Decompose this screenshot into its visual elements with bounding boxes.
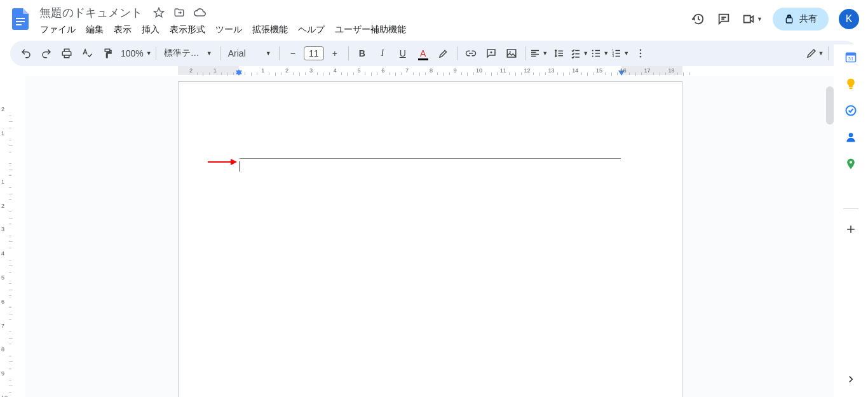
horizontal-rule: [240, 158, 621, 159]
cloud-status-icon[interactable]: [192, 5, 207, 20]
page[interactable]: [178, 81, 682, 397]
svg-point-21: [849, 133, 853, 137]
side-panel-collapse-icon[interactable]: [843, 372, 858, 387]
left-indent-marker[interactable]: [236, 71, 242, 76]
separator: [156, 46, 156, 60]
italic-button[interactable]: I: [373, 44, 392, 63]
text-cursor: [240, 161, 240, 172]
maps-icon[interactable]: [844, 158, 857, 170]
menu-file[interactable]: ファイル: [36, 22, 80, 38]
caret-down-icon: ▼: [757, 16, 763, 22]
bulleted-list-button[interactable]: ▼: [590, 44, 609, 63]
separator: [220, 46, 220, 60]
move-icon[interactable]: [172, 5, 187, 20]
bold-button[interactable]: B: [353, 44, 372, 63]
font-family-select[interactable]: Arial▼: [224, 44, 275, 63]
calendar-icon[interactable]: 31: [844, 51, 857, 64]
underline-button[interactable]: U: [393, 44, 412, 63]
insert-image-button[interactable]: [502, 44, 521, 63]
header-actions: ▼ 共有 K: [691, 8, 859, 30]
share-button[interactable]: 共有: [773, 8, 829, 30]
header: 無題のドキュメント ファイル 編集 表示 挿入 表示形式 ツール 拡張機能 ヘル…: [0, 0, 868, 41]
text-color-button[interactable]: A: [414, 44, 433, 63]
svg-text:31: 31: [848, 56, 853, 62]
document-scroll-area[interactable]: [25, 76, 834, 397]
docs-logo[interactable]: [9, 8, 32, 30]
checklist-button[interactable]: ▼: [570, 44, 589, 63]
svg-rect-2: [16, 24, 22, 25]
vertical-ruler[interactable]: 1212345678910111213: [0, 76, 13, 397]
paragraph-style-select[interactable]: 標準テキ...▼: [160, 44, 216, 63]
title-row: 無題のドキュメント: [36, 5, 691, 20]
menu-accessibility[interactable]: ユーザー補助機能: [330, 22, 410, 38]
zoom-select[interactable]: 100%▼: [118, 44, 152, 63]
font-size-input[interactable]: 11: [304, 46, 324, 60]
print-button[interactable]: [57, 44, 76, 63]
menu-view[interactable]: 表示: [109, 22, 136, 38]
star-icon[interactable]: [151, 5, 166, 20]
svg-point-5: [592, 50, 593, 51]
keep-icon[interactable]: [844, 77, 857, 90]
separator: [457, 46, 458, 60]
add-comment-button[interactable]: [482, 44, 501, 63]
svg-point-22: [850, 161, 852, 163]
get-addons-icon[interactable]: [844, 223, 857, 236]
increase-font-button[interactable]: +: [325, 44, 344, 63]
horizontal-ruler[interactable]: 12123456789101112131415161718: [25, 66, 826, 76]
svg-point-13: [639, 56, 641, 58]
svg-point-12: [639, 53, 641, 55]
menu-insert[interactable]: 挿入: [137, 22, 164, 38]
menu-help[interactable]: ヘルプ: [294, 22, 329, 38]
svg-marker-15: [231, 159, 237, 165]
more-options-button[interactable]: [631, 44, 650, 63]
svg-point-6: [592, 53, 593, 54]
document-title[interactable]: 無題のドキュメント: [36, 4, 146, 21]
separator: [525, 46, 526, 60]
menu-tools[interactable]: ツール: [211, 22, 247, 38]
undo-button[interactable]: [17, 44, 36, 63]
svg-text:3: 3: [613, 54, 614, 58]
annotation-arrow-icon: [207, 157, 237, 169]
line-spacing-button[interactable]: [550, 44, 569, 63]
svg-rect-1: [16, 21, 25, 22]
page-content[interactable]: [240, 158, 621, 172]
insert-link-button[interactable]: [461, 44, 480, 63]
avatar[interactable]: K: [839, 9, 859, 29]
separator: [348, 46, 349, 60]
contacts-icon[interactable]: [844, 131, 857, 144]
share-label: 共有: [799, 13, 817, 25]
menu-extensions[interactable]: 拡張機能: [248, 22, 292, 38]
ruler-area: 12123456789101112131415161718: [25, 66, 834, 397]
svg-point-7: [592, 55, 593, 57]
menu-format[interactable]: 表示形式: [165, 22, 210, 38]
title-area: 無題のドキュメント ファイル 編集 表示 挿入 表示形式 ツール 拡張機能 ヘル…: [36, 5, 691, 38]
menu-bar: ファイル 編集 表示 挿入 表示形式 ツール 拡張機能 ヘルプ ユーザー補助機能: [36, 22, 691, 38]
svg-rect-19: [850, 88, 853, 90]
svg-rect-0: [16, 18, 25, 19]
meet-dropdown[interactable]: ▼: [742, 12, 763, 26]
toolbar: 100%▼ 標準テキ...▼ Arial▼ − 11 + B I U A ▼ ▼…: [10, 41, 858, 66]
side-panel: 31: [834, 44, 868, 397]
tasks-icon[interactable]: [844, 104, 857, 117]
svg-point-4: [509, 51, 510, 53]
separator: [279, 46, 280, 60]
history-icon[interactable]: [691, 11, 706, 27]
highlight-color-button[interactable]: [434, 44, 453, 63]
vertical-scrollbar-thumb[interactable]: [826, 86, 834, 124]
numbered-list-button[interactable]: 123▼: [611, 44, 630, 63]
paint-format-button[interactable]: [98, 44, 117, 63]
svg-point-11: [639, 49, 641, 51]
menu-edit[interactable]: 編集: [81, 22, 108, 38]
svg-rect-17: [846, 53, 856, 55]
comments-icon[interactable]: [716, 11, 731, 27]
separator: [828, 46, 829, 60]
redo-button[interactable]: [37, 44, 56, 63]
editing-mode-button[interactable]: ▼: [805, 44, 824, 63]
document-container: 1212345678910111213 12123456789101112131…: [0, 66, 834, 397]
decrease-font-button[interactable]: −: [283, 44, 302, 63]
align-button[interactable]: ▼: [529, 44, 548, 63]
spellcheck-button[interactable]: [78, 44, 97, 63]
